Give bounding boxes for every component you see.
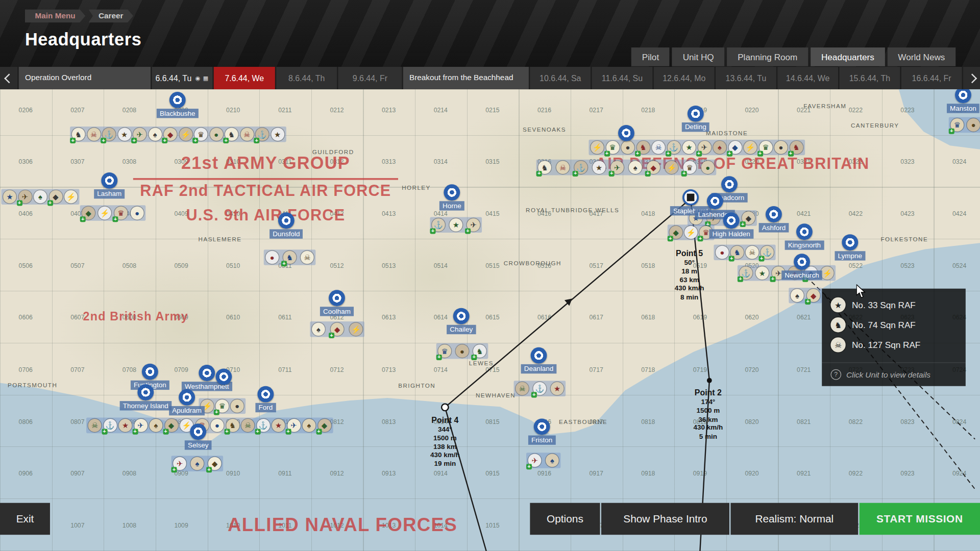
waypoint-stat: 5 min [694, 432, 723, 441]
waypoint-stat: 1500 m [694, 407, 723, 415]
timeline-date-14-6-44-we[interactable]: 14.6.44, We [777, 67, 838, 89]
unit-emblem-icon: ☠ [830, 337, 845, 352]
waypoint-stat: 430 km/h [430, 451, 460, 460]
show-phase-intro-button[interactable]: Show Phase Intro [601, 503, 729, 535]
unit-emblem-icon: ♞ [830, 317, 845, 332]
waypoint-title: Point 5 [675, 248, 704, 258]
top-header: Main MenuCareer Headquarters PilotUnit H… [0, 0, 980, 67]
timeline-date-10-6-44-sa[interactable]: 10.6.44, Sa [530, 67, 591, 89]
unit-row-no-33-sqn-raf[interactable]: ★No. 33 Sqn RAF [822, 295, 966, 315]
waypoint-stat: 36 km [694, 415, 723, 424]
tooltip-hint-text: Click Unit to view details [846, 370, 930, 379]
waypoint-stat: 430 km/h [675, 284, 704, 293]
timeline-date-9-6-44-fr[interactable]: 9.6.44, Fr [338, 67, 402, 89]
waypoint-stat: 1500 m [430, 434, 460, 443]
waypoint-marker-point-2[interactable] [707, 378, 712, 383]
timeline-date-11-6-44-su[interactable]: 11.6.44, Su [592, 67, 653, 89]
breadcrumb: Main MenuCareer [25, 9, 133, 22]
waypoint-info-point-2: Point 2174°1500 m36 km430 km/h5 min [694, 388, 723, 441]
timeline-date-8-6-44-th[interactable]: 8.6.44, Th [276, 67, 337, 89]
waypoint-stat: 344° [430, 425, 460, 434]
page-title: Headquarters [25, 30, 141, 50]
tab-world-news[interactable]: World News [888, 47, 956, 66]
timeline-phase-operation-overlord[interactable]: Operation Overlord [19, 67, 151, 89]
unit-row-no-127-sqn-raf[interactable]: ☠No. 127 Sqn RAF [822, 335, 966, 355]
tab-pilot[interactable]: Pilot [631, 47, 670, 66]
chevron-left-icon [4, 73, 14, 83]
unit-tooltip-footer: ? Click Unit to view details [822, 362, 966, 380]
timeline-next-button[interactable] [963, 67, 980, 89]
waypoint-stat: 63 km [675, 276, 704, 285]
tab-unit-hq[interactable]: Unit HQ [672, 47, 725, 66]
timeline: Operation Overlord6.6.44, Tu◉ ▦7.6.44, W… [0, 67, 980, 89]
waypoint-stat: 174° [694, 398, 723, 407]
unit-tooltip-rows: ★No. 33 Sqn RAF♞No. 74 Sqn RAF☠No. 127 S… [822, 295, 966, 355]
waypoint-stat: 50° [675, 259, 704, 267]
tab-headquarters[interactable]: Headquarters [811, 47, 885, 66]
waypoint-stat: 18 m [675, 267, 704, 276]
waypoint-stat: 138 km [430, 443, 460, 452]
breadcrumb-item-career[interactable]: Career [88, 9, 133, 22]
waypoint-info-point-4: Point 4344°1500 m138 km430 km/h19 min [430, 415, 460, 468]
timeline-date-13-6-44-tu[interactable]: 13.6.44, Tu [716, 67, 776, 89]
help-icon: ? [830, 369, 841, 380]
breadcrumb-item-main-menu[interactable]: Main Menu [25, 9, 85, 22]
realism-button[interactable]: Realism: Normal [730, 503, 858, 535]
waypoint-info-point-5: Point 550°18 m63 km430 km/h8 min [675, 248, 704, 302]
mouse-cursor-icon [856, 284, 867, 301]
waypoint-stat: 8 min [675, 293, 704, 302]
unit-emblem-icon: ★ [830, 297, 845, 312]
waypoint-stat: 430 km/h [694, 424, 723, 433]
timeline-date-12-6-44-mo[interactable]: 12.6.44, Mo [654, 67, 715, 89]
start-mission-button[interactable]: START MISSION [860, 503, 980, 535]
timeline-date-7-6-44-we[interactable]: 7.6.44, We [214, 67, 275, 89]
timeline-date-6-6-44-tu[interactable]: 6.6.44, Tu◉ ▦ [152, 67, 213, 89]
headquarters-screen: Main MenuCareer Headquarters PilotUnit H… [0, 0, 980, 551]
date-status-icons: ◉ ▦ [195, 75, 209, 81]
unit-name: No. 74 Sqn RAF [852, 320, 916, 330]
chevron-right-icon [967, 73, 977, 83]
timeline-date-15-6-44-th[interactable]: 15.6.44, Th [839, 67, 900, 89]
waypoint-title: Point 2 [694, 388, 723, 397]
unit-tooltip: ★No. 33 Sqn RAF♞No. 74 Sqn RAF☠No. 127 S… [822, 289, 966, 386]
waypoint-marker-point-4[interactable] [441, 403, 449, 411]
nav-tabs: PilotUnit HQPlanning RoomHeadquartersWor… [631, 47, 955, 66]
tab-planning-room[interactable]: Planning Room [727, 47, 808, 66]
campaign-map[interactable]: 0206020702080209021002110212021302140215… [0, 89, 980, 551]
timeline-prev-button[interactable] [0, 67, 17, 89]
timeline-phase-breakout-from-the-beachhead[interactable]: Breakout from the Beachhead [403, 67, 529, 89]
timeline-date-16-6-44-fr[interactable]: 16.6.44, Fr [901, 67, 962, 89]
exit-button[interactable]: Exit [0, 503, 50, 535]
unit-name: No. 33 Sqn RAF [852, 300, 916, 310]
unit-row-no-74-sqn-raf[interactable]: ♞No. 74 Sqn RAF [822, 315, 966, 335]
waypoint-stat: 19 min [430, 460, 460, 468]
options-button[interactable]: Options [530, 503, 600, 535]
waypoint-title: Point 4 [430, 415, 460, 424]
unit-name: No. 127 Sqn RAF [852, 340, 920, 350]
